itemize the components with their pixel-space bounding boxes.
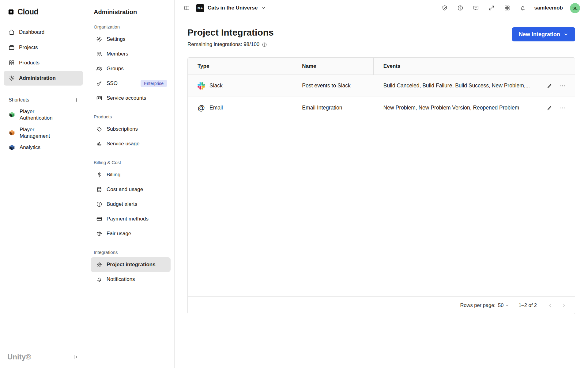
panel-toggle-icon [184, 5, 190, 11]
chevron-down-icon [261, 6, 266, 10]
enterprise-badge: Enterprise [141, 80, 167, 87]
sidebar-item-label: Products [19, 60, 40, 66]
cube-navy-icon [9, 144, 15, 151]
table-empty-space [188, 119, 575, 296]
chevron-left-icon [547, 302, 553, 309]
shortcut-label: Player Management [20, 126, 60, 140]
admin-item-settings[interactable]: Settings [91, 32, 171, 47]
sidebar-item-products[interactable]: Products [4, 56, 83, 70]
admin-item-sso[interactable]: SSO Enterprise [91, 76, 171, 91]
products-grid-icon [9, 60, 15, 66]
sidebar-item-projects[interactable]: Projects [4, 40, 83, 55]
column-header-name: Name [292, 58, 373, 75]
shield-check-icon [442, 5, 448, 11]
shortcut-label: Player Authentication [20, 108, 60, 121]
admin-item-label: Settings [107, 36, 125, 42]
sidebar-item-label: Dashboard [19, 29, 44, 35]
admin-item-budget-alerts[interactable]: Budget alerts [91, 197, 171, 212]
previous-page-button[interactable] [546, 301, 555, 310]
gear-icon [96, 36, 102, 42]
admin-item-label: Service accounts [107, 95, 146, 101]
bell-icon [96, 276, 102, 282]
shortcuts-label: Shortcuts [9, 97, 29, 103]
integrations-table: Type Name Events Slack Post events to Sl… [187, 57, 575, 314]
integration-name: Post events to Slack [292, 75, 373, 97]
new-integration-label: New integration [519, 31, 560, 38]
sidebar-item-dashboard[interactable]: Dashboard [4, 25, 83, 40]
bar-chart-icon [96, 141, 102, 147]
admin-item-service-accounts[interactable]: Service accounts [91, 91, 171, 105]
project-avatar: SLA [196, 4, 204, 12]
admin-item-label: Fair usage [107, 231, 131, 237]
admin-item-billing[interactable]: Billing [91, 167, 171, 182]
section-label-integrations: Integrations [91, 250, 171, 255]
page-title: Project Integrations [187, 27, 274, 38]
coins-icon [96, 186, 102, 193]
tag-icon [96, 126, 102, 132]
panel-toggle-button[interactable] [183, 4, 191, 12]
row-menu-icon[interactable] [560, 105, 566, 111]
admin-item-members[interactable]: Members [91, 47, 171, 61]
admin-item-label: Members [107, 51, 128, 57]
add-shortcut-button[interactable] [73, 96, 81, 104]
edit-pencil-icon[interactable] [547, 105, 553, 111]
user-avatar[interactable]: SL [570, 3, 580, 13]
integration-events: New Problem, New Problem Version, Reopen… [374, 97, 536, 119]
notifications-button[interactable] [518, 4, 527, 12]
privacy-shield-button[interactable] [440, 4, 449, 12]
shortcut-player-management[interactable]: Player Management [4, 124, 83, 142]
next-page-button[interactable] [560, 301, 568, 310]
table-pagination: Rows per page: 50 1–2 of 2 [188, 296, 575, 314]
help-button[interactable] [456, 4, 465, 12]
collapse-sidebar-button[interactable] [73, 354, 79, 360]
admin-item-subscriptions[interactable]: Subscriptions [91, 122, 171, 136]
column-header-events: Events [374, 58, 536, 75]
sidebar-item-administration[interactable]: Administration [4, 71, 83, 86]
table-row-email[interactable]: @ Email Email Integration New Problem, N… [188, 97, 575, 119]
alert-circle-icon [96, 201, 102, 207]
main-area: SLA Cats in the Universe samleem [175, 0, 588, 368]
cloud-logo: Cloud [0, 0, 87, 25]
admin-item-payment-methods[interactable]: Payment methods [91, 212, 171, 226]
admin-item-label: Project integrations [107, 262, 156, 268]
edit-pencil-icon[interactable] [547, 83, 553, 89]
admin-item-cost-and-usage[interactable]: Cost and usage [91, 182, 171, 197]
shortcut-player-authentication[interactable]: Player Authentication [4, 106, 83, 124]
integration-spark-icon [96, 262, 102, 268]
collapse-left-icon [73, 354, 79, 360]
home-icon [9, 29, 15, 35]
rows-per-page-select[interactable]: 50 [498, 302, 509, 308]
row-menu-icon[interactable] [560, 83, 566, 89]
admin-item-project-integrations[interactable]: Project integrations [91, 257, 171, 272]
project-name: Cats in the Universe [208, 5, 258, 11]
email-at-icon: @ [198, 104, 205, 112]
groups-icon [96, 66, 102, 72]
key-icon [96, 80, 102, 86]
admin-item-notifications[interactable]: Notifications [91, 272, 171, 287]
integration-name: Email Integration [292, 97, 373, 119]
admin-item-groups[interactable]: Groups [91, 61, 171, 76]
shortcut-analytics[interactable]: Analytics [4, 142, 83, 153]
plus-icon [74, 97, 79, 103]
sidebar-item-label: Administration [19, 75, 56, 81]
feedback-button[interactable] [472, 4, 480, 12]
new-integration-button[interactable]: New integration [512, 27, 575, 41]
table-row-slack[interactable]: Slack Post events to Slack Build Cancele… [188, 75, 575, 97]
admin-item-service-usage[interactable]: Service usage [91, 136, 171, 151]
apps-button[interactable] [503, 4, 511, 12]
sidebar-item-label: Projects [19, 44, 38, 51]
help-circle-icon [457, 5, 463, 11]
admin-item-fair-usage[interactable]: Fair usage [91, 226, 171, 241]
page-content: Project Integrations Remaining integrati… [175, 16, 588, 368]
project-switcher[interactable]: SLA Cats in the Universe [196, 4, 266, 12]
admin-item-label: SSO [107, 80, 118, 86]
admin-item-label: Billing [107, 172, 120, 178]
section-label-products: Products [91, 114, 171, 119]
fullscreen-button[interactable] [487, 4, 496, 12]
credit-card-icon [96, 216, 102, 222]
column-header-type: Type [188, 58, 292, 75]
dollar-icon [96, 172, 102, 178]
remaining-integrations-text: Remaining integrations: 98/100 [187, 41, 259, 48]
slack-icon [198, 82, 205, 90]
info-help-icon[interactable] [262, 42, 267, 47]
